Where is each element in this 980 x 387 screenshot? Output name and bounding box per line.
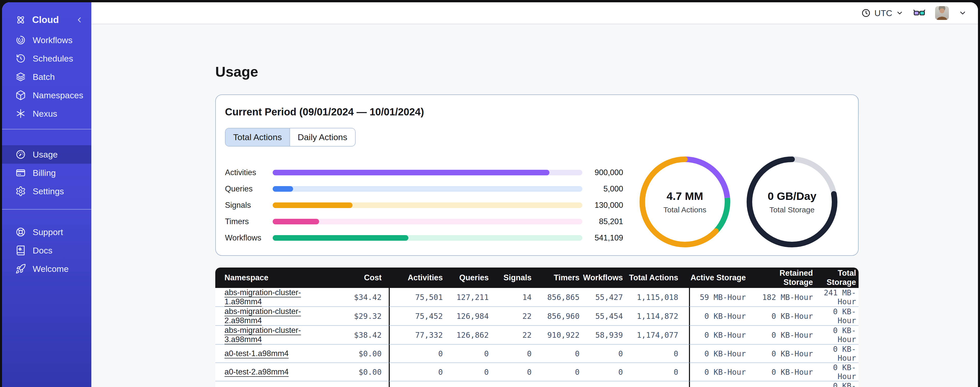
cell-total_storage: 0 KB-Hour — [816, 345, 859, 363]
cell-activities: 0 — [389, 345, 445, 363]
namespace-link[interactable]: bk-worker-test.a98mm4 — [224, 386, 308, 387]
sidebar-divider — [2, 209, 91, 209]
cell-signals: 0 — [491, 381, 534, 387]
bar-track — [273, 170, 582, 175]
tab-daily-actions[interactable]: Daily Actions — [290, 128, 355, 146]
cell-total_actions: 0 — [625, 363, 689, 381]
namespace-link[interactable]: abs-migration-cluster-3.a98mm4 — [224, 326, 301, 344]
cell-total_storage: 0 KB-Hour — [816, 326, 859, 345]
cell-activities: 77,332 — [389, 326, 445, 345]
column-header-signals: Signals — [491, 267, 534, 288]
cell-queries: 126,862 — [445, 326, 491, 345]
cell-signals: 22 — [491, 326, 534, 345]
sidebar-footer-group: Support Docs Welcome — [2, 223, 91, 278]
cell-namespace: a0-test-2.a98mm4 — [215, 363, 328, 381]
cell-total_storage: 0 KB-Hour — [816, 307, 859, 326]
namespace-link[interactable]: abs-migration-cluster-2.a98mm4 — [224, 307, 301, 325]
namespace-link[interactable]: a0-test-1.a98mm4 — [224, 349, 289, 358]
namespace-link[interactable]: abs-migration-cluster-1.a98mm4 — [224, 288, 301, 306]
cell-retained_storage: 182 MB-Hour — [749, 288, 816, 307]
sidebar-item-billing[interactable]: Billing — [2, 164, 91, 182]
sidebar-item-settings[interactable]: Settings — [2, 182, 91, 200]
cell-retained_storage: 0 KB-Hour — [749, 381, 816, 387]
timezone-selector[interactable]: UTC — [861, 8, 904, 18]
total-actions-value: 4.7 MM — [667, 190, 703, 202]
bar-label: Activities — [225, 168, 273, 177]
cell-total_actions: 0 — [625, 345, 689, 363]
namespaces-icon — [15, 90, 26, 101]
account-menu-chevron-icon[interactable] — [959, 9, 967, 17]
actions-tab-group: Total Actions Daily Actions — [225, 128, 356, 147]
table-row: a0-test-1.a98mm4$0.000000000 KB-Hour0 KB… — [215, 345, 859, 363]
bar-label: Signals — [225, 201, 273, 210]
cell-total_actions: 1,114,872 — [625, 307, 689, 326]
bar-track — [273, 186, 582, 192]
welcome-icon — [15, 264, 26, 274]
table-row: abs-migration-cluster-1.a98mm4$34.4275,5… — [215, 288, 859, 307]
labs-glasses-icon[interactable] — [913, 9, 926, 18]
bar-value: 85,201 — [582, 217, 623, 226]
sidebar-item-docs[interactable]: Docs — [2, 241, 91, 260]
cell-cost: $0.00 — [328, 363, 389, 381]
cell-active_storage: 0 KB-Hour — [689, 381, 749, 387]
sidebar-divider — [2, 129, 91, 130]
tab-total-actions[interactable]: Total Actions — [226, 128, 290, 146]
cell-queries: 127,211 — [445, 288, 491, 307]
avatar[interactable] — [935, 6, 949, 20]
sidebar-item-schedules[interactable]: Schedules — [2, 49, 91, 68]
support-icon — [15, 227, 26, 237]
bar-track — [273, 202, 582, 208]
card-title: Current Period (09/01/2024 — 10/01/2024) — [225, 106, 849, 118]
cell-total_actions: 1,115,018 — [625, 288, 689, 307]
sidebar-collapse-button[interactable] — [75, 16, 84, 24]
column-header-total-storage: Total Storage — [816, 267, 859, 288]
cell-total_storage: 241 MB-Hour — [816, 288, 859, 307]
namespace-link[interactable]: a0-test-2.a98mm4 — [224, 367, 289, 376]
cell-activities: 75,501 — [389, 288, 445, 307]
cell-cost: $38.42 — [328, 326, 389, 345]
bar-label: Workflows — [225, 233, 273, 243]
total-storage-donut: 0 GB/Day Total Storage — [746, 156, 838, 248]
cell-active_storage: 0 KB-Hour — [689, 326, 749, 345]
cell-cost: $29.32 — [328, 307, 389, 326]
cell-timers: 0 — [534, 363, 582, 381]
sidebar-item-welcome[interactable]: Welcome — [2, 260, 91, 278]
sidebar-item-support[interactable]: Support — [2, 223, 91, 241]
sidebar-item-usage[interactable]: Usage — [2, 145, 91, 164]
namespace-usage-table: NamespaceCostActivitiesQueriesSignalsTim… — [215, 267, 859, 387]
cell-active_storage: 0 KB-Hour — [689, 345, 749, 363]
sidebar-item-workflows[interactable]: Workflows — [2, 31, 91, 49]
batch-icon — [15, 72, 26, 82]
total-actions-label: Total Actions — [663, 205, 706, 214]
cell-cost: $0.00 — [328, 381, 389, 387]
bar-track — [273, 219, 582, 224]
cell-timers: 0 — [534, 345, 582, 363]
cell-retained_storage: 0 KB-Hour — [749, 363, 816, 381]
bar-fill — [273, 202, 353, 208]
bar-chart-row: Activities 900,000 — [225, 165, 623, 181]
cell-queries: 0 — [445, 381, 491, 387]
cell-activities: 0 — [389, 381, 445, 387]
main-area: UTC Usage — [91, 2, 978, 387]
column-header-workflows: Workflows — [582, 267, 625, 288]
table-row: bk-worker-test.a98mm4$0.000000110 KB-Hou… — [215, 381, 859, 387]
bar-track — [273, 235, 582, 241]
usage-summary-card: Current Period (09/01/2024 — 10/01/2024)… — [215, 94, 859, 256]
sidebar-item-nexus[interactable]: Nexus — [2, 104, 91, 123]
sidebar-item-batch[interactable]: Batch — [2, 68, 91, 86]
cell-active_storage: 0 KB-Hour — [689, 307, 749, 326]
cell-workflows: 55,427 — [582, 288, 625, 307]
bar-chart-row: Signals 130,000 — [225, 197, 623, 213]
sidebar: Cloud Workflows Schedules Batch Namespac… — [2, 2, 91, 387]
settings-icon — [15, 186, 26, 197]
column-header-activities: Activities — [389, 267, 445, 288]
cell-activities: 75,452 — [389, 307, 445, 326]
sidebar-brand[interactable]: Cloud — [2, 9, 91, 31]
usage-icon — [15, 149, 26, 160]
bar-chart-row: Timers 85,201 — [225, 213, 623, 230]
column-header-timers: Timers — [534, 267, 582, 288]
cell-total_actions: 1,174,077 — [625, 326, 689, 345]
column-header-total-actions: Total Actions — [625, 267, 689, 288]
cell-namespace: abs-migration-cluster-3.a98mm4 — [215, 326, 328, 345]
sidebar-item-namespaces[interactable]: Namespaces — [2, 86, 91, 104]
